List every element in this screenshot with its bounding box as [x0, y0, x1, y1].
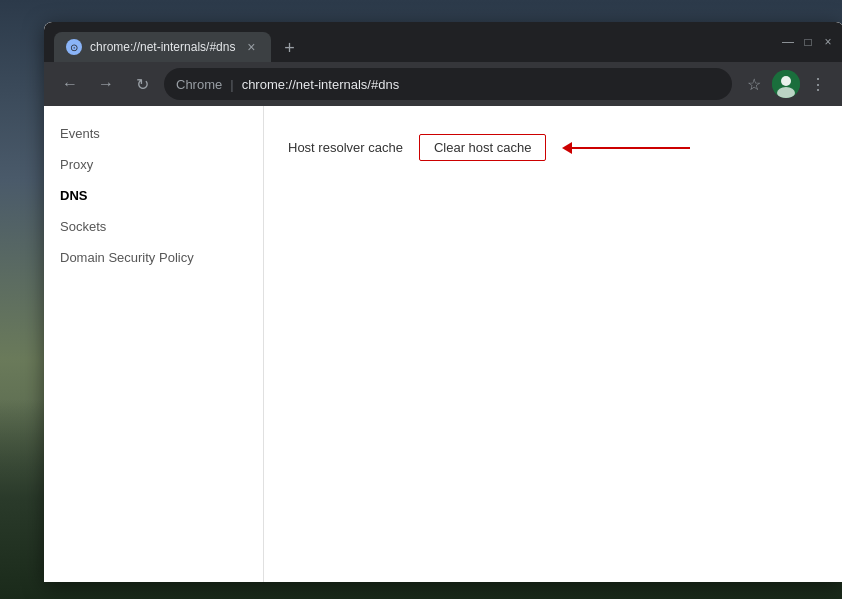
tab-area: ⊙ chrome://net-internals/#dns × + — [54, 22, 774, 62]
minimize-button[interactable]: — — [782, 36, 794, 48]
refresh-button[interactable]: ↻ — [128, 70, 156, 98]
tab-favicon: ⊙ — [66, 39, 82, 55]
sidebar: Events Proxy DNS Sockets Domain Security… — [44, 106, 264, 582]
main-panel: Host resolver cache Clear host cache — [264, 106, 842, 582]
browser-window: ⊙ chrome://net-internals/#dns × + — □ × … — [44, 22, 842, 582]
svg-point-1 — [781, 76, 791, 86]
toolbar: ← → ↻ Chrome | chrome://net-internals/#d… — [44, 62, 842, 106]
address-separator: | — [230, 77, 233, 92]
arrow-annotation — [570, 147, 690, 149]
arrow-line — [570, 147, 690, 149]
clear-host-cache-button[interactable]: Clear host cache — [419, 134, 547, 161]
profile-button[interactable] — [772, 70, 800, 98]
close-button[interactable]: × — [822, 36, 834, 48]
maximize-button[interactable]: □ — [802, 36, 814, 48]
browser-content: Events Proxy DNS Sockets Domain Security… — [44, 106, 842, 582]
sidebar-item-sockets[interactable]: Sockets — [44, 211, 263, 242]
address-chrome-label: Chrome — [176, 77, 222, 92]
sidebar-item-proxy[interactable]: Proxy — [44, 149, 263, 180]
arrow-head — [562, 142, 572, 154]
menu-button[interactable]: ⋮ — [804, 70, 832, 98]
tab-close-button[interactable]: × — [243, 39, 259, 55]
profile-icon — [772, 70, 800, 98]
window-controls: — □ × — [782, 36, 834, 48]
address-url: chrome://net-internals/#dns — [242, 77, 400, 92]
sidebar-item-events[interactable]: Events — [44, 118, 263, 149]
forward-button[interactable]: → — [92, 70, 120, 98]
tab-title: chrome://net-internals/#dns — [90, 40, 235, 54]
new-tab-button[interactable]: + — [275, 34, 303, 62]
sidebar-item-domain-security-policy[interactable]: Domain Security Policy — [44, 242, 263, 273]
host-resolver-label: Host resolver cache — [288, 140, 403, 155]
active-tab[interactable]: ⊙ chrome://net-internals/#dns × — [54, 32, 271, 62]
back-button[interactable]: ← — [56, 70, 84, 98]
sidebar-item-dns[interactable]: DNS — [44, 180, 263, 211]
title-bar: ⊙ chrome://net-internals/#dns × + — □ × — [44, 22, 842, 62]
address-bar[interactable]: Chrome | chrome://net-internals/#dns — [164, 68, 732, 100]
dns-section: Host resolver cache Clear host cache — [288, 134, 820, 161]
toolbar-actions: ☆ ⋮ — [740, 70, 832, 98]
star-button[interactable]: ☆ — [740, 70, 768, 98]
